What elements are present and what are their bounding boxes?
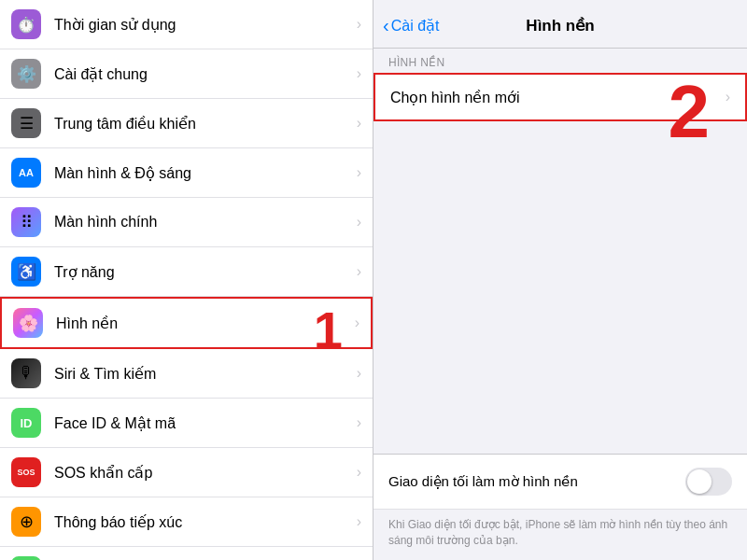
chevron-right-icon: ›	[357, 115, 361, 132]
thong-bao-icon: ⊕	[11, 507, 41, 537]
siri-icon: 🎙	[11, 358, 41, 388]
settings-item-label: Thời gian sử dụng	[54, 16, 351, 34]
settings-item-thong-bao[interactable]: ⊕Thông báo tiếp xúc›	[0, 497, 373, 547]
settings-item-trung-tam[interactable]: ☰Trung tâm điều khiển›	[0, 99, 373, 148]
settings-item-tro-nang[interactable]: ♿Trợ năng›	[0, 247, 373, 297]
sos-icon: SOS	[11, 457, 41, 487]
wallpaper-item-new[interactable]: Chọn hình nền mới ›	[374, 73, 747, 121]
settings-item-face-id[interactable]: IDFace ID & Mật mã›	[0, 399, 373, 448]
chevron-right-icon: ›	[357, 365, 361, 382]
back-label: Cài đặt	[391, 17, 440, 35]
chevron-right-icon: ›	[355, 315, 359, 331]
wallpaper-item-label: Chọn hình nền mới	[390, 89, 726, 106]
settings-item-thoi-gian[interactable]: ⏱️Thời gian sử dụng›	[0, 0, 373, 49]
toggle-description: Khi Giao diện tối được bật, iPhone sẽ là…	[374, 510, 747, 560]
page-title: Hình nền	[526, 16, 594, 35]
toggle-knob	[687, 469, 712, 494]
bottom-section: Giao diện tối làm mờ hình nền Khi Giao d…	[374, 454, 747, 560]
toggle-row: Giao diện tối làm mờ hình nền	[374, 455, 747, 510]
chevron-left-icon: ‹	[383, 15, 389, 36]
settings-list: ⏱️Thời gian sử dụng›⚙️Cài đặt chung›☰Tru…	[0, 0, 373, 560]
chevron-right-icon: ›	[357, 513, 361, 530]
chevron-right-icon: ›	[726, 89, 730, 105]
pin-icon: 🔋	[11, 556, 41, 560]
toggle-label: Giao diện tối làm mờ hình nền	[388, 473, 685, 490]
right-header: ‹ Cài đặt Hình nền	[374, 0, 747, 49]
thoi-gian-icon: ⏱️	[11, 9, 41, 39]
right-panel: ‹ Cài đặt Hình nền HÌNH NỀN Chọn hình nề…	[374, 0, 747, 560]
cai-dat-chung-icon: ⚙️	[11, 59, 41, 89]
dark-blur-toggle[interactable]	[685, 468, 732, 496]
chevron-right-icon: ›	[357, 65, 361, 82]
left-panel: ⏱️Thời gian sử dụng›⚙️Cài đặt chung›☰Tru…	[0, 0, 374, 560]
settings-item-cai-dat-chung[interactable]: ⚙️Cài đặt chung›	[0, 49, 373, 99]
trung-tam-icon: ☰	[11, 108, 41, 138]
face-id-icon: ID	[11, 408, 41, 438]
tro-nang-icon: ♿	[11, 257, 41, 287]
section-header: HÌNH NỀN	[374, 49, 747, 73]
man-hinh-chinh-icon: ⠿	[11, 207, 41, 237]
man-hinh-do-sang-icon: AA	[11, 158, 41, 188]
chevron-right-icon: ›	[357, 164, 361, 181]
back-button[interactable]: ‹ Cài đặt	[383, 15, 439, 36]
settings-item-man-hinh-do-sang[interactable]: AAMàn hình & Độ sáng›	[0, 148, 373, 198]
wallpaper-list: Chọn hình nền mới ›	[374, 73, 747, 121]
settings-item-label: Hình nền	[56, 315, 349, 332]
chevron-right-icon: ›	[357, 414, 361, 431]
settings-item-label: Màn hình & Độ sáng	[54, 164, 351, 182]
hinh-nen-icon: 🌸	[13, 308, 43, 338]
settings-item-label: Cài đặt chung	[54, 65, 351, 83]
settings-item-label: Thông báo tiếp xúc	[54, 513, 351, 531]
settings-item-label: SOS khẩn cấp	[54, 464, 351, 482]
chevron-right-icon: ›	[357, 263, 361, 280]
settings-item-label: Siri & Tìm kiếm	[54, 365, 351, 383]
settings-item-sos[interactable]: SOSSOS khẩn cấp›	[0, 448, 373, 497]
settings-item-pin[interactable]: 🔋Pin›	[0, 547, 373, 560]
settings-item-hinh-nen[interactable]: 🌸Hình nền›1	[0, 297, 373, 349]
chevron-right-icon: ›	[357, 464, 361, 481]
settings-item-siri[interactable]: 🎙Siri & Tìm kiếm›	[0, 349, 373, 399]
settings-item-man-hinh-chinh[interactable]: ⠿Màn hình chính›	[0, 198, 373, 247]
chevron-right-icon: ›	[357, 16, 361, 33]
chevron-right-icon: ›	[357, 214, 361, 231]
settings-item-label: Trung tâm điều khiển	[54, 115, 351, 133]
settings-item-label: Màn hình chính	[54, 214, 351, 231]
settings-item-label: Face ID & Mật mã	[54, 414, 351, 432]
settings-item-label: Trợ năng	[54, 263, 351, 281]
